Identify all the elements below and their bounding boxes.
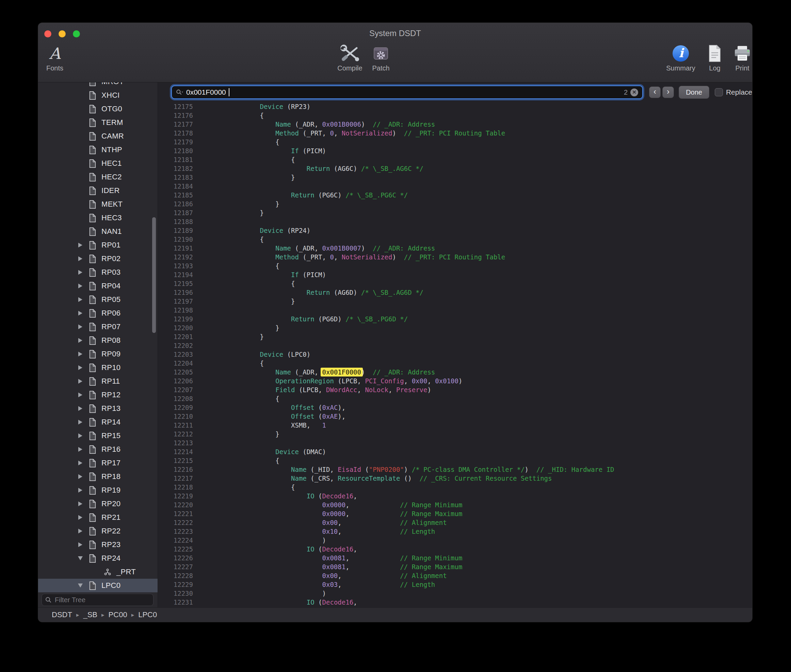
disclosure-triangle[interactable] — [74, 501, 87, 506]
sidebar-item-mrot[interactable]: MROT — [38, 82, 158, 88]
code-text[interactable]: XSMB, 1 — [229, 421, 326, 430]
disclosure-triangle[interactable] — [74, 474, 87, 479]
sidebar-item-hec1[interactable]: HEC1 — [38, 157, 158, 170]
sidebar-item-rp16[interactable]: RP16 — [38, 443, 158, 456]
code-text[interactable]: OperationRegion (LPCB, PCI_Config, 0x00,… — [229, 376, 462, 386]
code-text[interactable]: } — [229, 173, 295, 182]
sidebar-item-rp11[interactable]: RP11 — [38, 374, 158, 388]
sidebar-item-rp13[interactable]: RP13 — [38, 402, 158, 415]
disclosure-triangle[interactable] — [74, 434, 87, 438]
sidebar-item-hec3[interactable]: HEC3 — [38, 211, 158, 225]
disclosure-triangle[interactable] — [74, 461, 87, 466]
sidebar-item-rp12[interactable]: RP12 — [38, 388, 158, 402]
code-text[interactable]: Device (RP24) — [229, 226, 310, 235]
disclosure-triangle[interactable] — [74, 379, 87, 384]
clear-search-icon[interactable]: ✕ — [630, 88, 638, 96]
disclosure-triangle[interactable] — [74, 270, 87, 275]
disclosure-triangle[interactable] — [74, 243, 87, 248]
breadcrumb-item[interactable]: _SB — [83, 610, 97, 619]
patch-button[interactable]: Patch — [359, 43, 403, 72]
code-text[interactable]: Method (_PRT, 0, NotSerialized) // _PRT:… — [229, 129, 505, 138]
sidebar-item-otg0[interactable]: OTG0 — [38, 102, 158, 116]
filter-tree-input[interactable] — [54, 596, 150, 604]
code-text[interactable]: } — [229, 200, 280, 208]
sidebar-item-term[interactable]: TERM — [38, 116, 158, 130]
disclosure-triangle[interactable] — [74, 515, 87, 520]
disclosure-triangle[interactable] — [74, 352, 87, 357]
code-text[interactable]: If (PICM) — [229, 146, 326, 155]
sidebar-item-xhci[interactable]: XHCI — [38, 88, 158, 102]
filter-tree-field[interactable] — [42, 594, 153, 606]
code-text[interactable]: Name (_ADR, 0x001F0000) // _ADR: Address — [229, 368, 435, 376]
sidebar-item-nan1[interactable]: NAN1 — [38, 225, 158, 238]
sidebar-item-rp15[interactable]: RP15 — [38, 429, 158, 443]
code-text[interactable]: Return (PG6D) /* \_SB_.PG6D */ — [229, 315, 408, 323]
code-text[interactable]: 0x0000, // Range Minimum — [229, 501, 462, 509]
code-text[interactable]: Name (_ADR, 0x001B0006) // _ADR: Address — [229, 120, 435, 129]
code-text[interactable]: { — [229, 483, 295, 491]
disclosure-triangle[interactable] — [74, 283, 87, 288]
sidebar-item-rp18[interactable]: RP18 — [38, 470, 158, 483]
code-text[interactable]: 0x00, // Alignment — [229, 571, 447, 580]
code-text[interactable]: } — [229, 332, 264, 341]
find-search-field[interactable]: 0x001F0000 2 ✕ — [171, 85, 643, 99]
code-text[interactable]: Device (LPC0) — [229, 350, 310, 359]
sidebar-item-nthp[interactable]: NTHP — [38, 143, 158, 157]
code-text[interactable]: } — [229, 297, 295, 306]
disclosure-triangle[interactable] — [74, 447, 87, 452]
breadcrumb-item[interactable]: DSDT — [52, 610, 72, 619]
disclosure-triangle[interactable] — [74, 529, 87, 533]
code-text[interactable]: IO (Decode16, — [229, 598, 357, 606]
sidebar-item-rp07[interactable]: RP07 — [38, 320, 158, 334]
code-text[interactable]: { — [229, 279, 295, 288]
disclosure-triangle[interactable] — [74, 488, 87, 493]
replace-checkbox[interactable] — [715, 88, 723, 96]
disclosure-triangle[interactable] — [74, 420, 87, 424]
code-text[interactable]: ) — [229, 536, 326, 545]
disclosure-triangle[interactable] — [74, 556, 87, 560]
done-button[interactable]: Done — [679, 86, 710, 99]
disclosure-triangle[interactable] — [74, 392, 87, 397]
code-text[interactable]: { — [229, 235, 264, 244]
code-text[interactable]: 0x03, // Length — [229, 580, 435, 589]
code-text[interactable]: IO (Decode16, — [229, 545, 357, 554]
disclosure-triangle[interactable] — [74, 365, 87, 370]
code-text[interactable]: } — [229, 208, 264, 217]
code-text[interactable]: Return (AG6C) /* \_SB_.AG6C */ — [229, 164, 423, 173]
code-text[interactable]: } — [229, 430, 280, 438]
code-text[interactable]: 0x0081, // Range Maximum — [229, 562, 462, 571]
sidebar-item-rp23[interactable]: RP23 — [38, 538, 158, 552]
sidebar-item-hec2[interactable]: HEC2 — [38, 170, 158, 184]
breadcrumb-item[interactable]: PC00 — [109, 610, 127, 619]
sidebar-item-lpc0[interactable]: LPC0 — [38, 579, 158, 592]
code-text[interactable]: Offset (0xAC), — [229, 403, 345, 412]
code-text[interactable]: Field (LPCB, DWordAcc, NoLock, Preserve) — [229, 386, 431, 394]
code-text[interactable]: 0x0081, // Range Minimum — [229, 554, 462, 562]
code-text[interactable]: Method (_PRT, 0, NotSerialized) // _PRT:… — [229, 253, 505, 261]
search-input[interactable]: 0x001F0000 — [186, 88, 226, 96]
sidebar-item-rp24[interactable]: RP24 — [38, 552, 158, 565]
sidebar-item-prt[interactable]: _PRT — [38, 565, 158, 579]
code-text[interactable]: 0x00, // Alignment — [229, 518, 447, 527]
sidebar-item-rp03[interactable]: RP03 — [38, 266, 158, 279]
sidebar-item-rp21[interactable]: RP21 — [38, 510, 158, 524]
sidebar-item-rp05[interactable]: RP05 — [38, 293, 158, 306]
disclosure-triangle[interactable] — [74, 297, 87, 302]
code-text[interactable]: 0x0000, // Range Maximum — [229, 509, 462, 518]
sidebar-item-rp19[interactable]: RP19 — [38, 483, 158, 497]
code-text[interactable]: Return (PG6C) /* \_SB_.PG6C */ — [229, 190, 408, 200]
disclosure-triangle[interactable] — [74, 338, 87, 343]
code-text[interactable]: { — [229, 456, 280, 465]
code-text[interactable]: Device (RP23) — [229, 102, 310, 111]
sidebar-item-rp14[interactable]: RP14 — [38, 415, 158, 429]
search-menu-icon[interactable] — [176, 89, 184, 96]
code-text[interactable]: { — [229, 261, 280, 270]
disclosure-triangle[interactable] — [74, 256, 87, 261]
code-text[interactable]: IO (Decode16, — [229, 491, 357, 501]
sidebar-item-rp06[interactable]: RP06 — [38, 306, 158, 320]
disclosure-triangle[interactable] — [74, 406, 87, 411]
code-text[interactable]: Name (_ADR, 0x001B0007) // _ADR: Address — [229, 244, 435, 253]
sidebar-item-rp02[interactable]: RP02 — [38, 252, 158, 266]
sidebar-item-rp09[interactable]: RP09 — [38, 347, 158, 361]
find-next-button[interactable]: › — [662, 86, 674, 98]
